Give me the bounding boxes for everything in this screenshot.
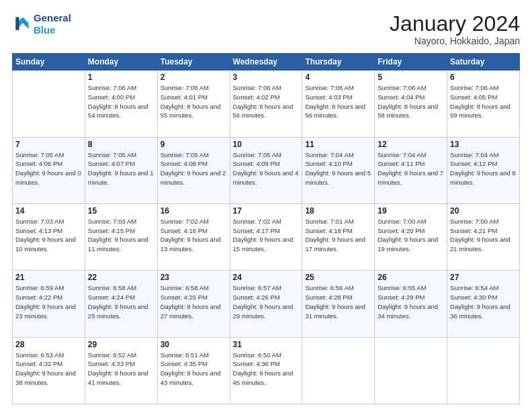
- calendar-cell: [302, 337, 375, 404]
- day-number: 8: [88, 140, 154, 149]
- calendar-cell: 24Sunrise: 6:57 AMSunset: 4:26 PMDayligh…: [230, 271, 302, 337]
- logo-icon: [12, 15, 31, 34]
- calendar-cell: 12Sunrise: 7:04 AMSunset: 4:11 PMDayligh…: [375, 137, 447, 203]
- calendar-cell: 7Sunrise: 7:05 AMSunset: 4:06 PMDaylight…: [13, 137, 85, 203]
- day-info: Sunrise: 6:51 AMSunset: 4:35 PMDaylight:…: [161, 351, 227, 387]
- weekday-header-saturday: Saturday: [447, 54, 520, 71]
- weekday-header-row: SundayMondayTuesdayWednesdayThursdayFrid…: [13, 54, 520, 71]
- day-info: Sunrise: 7:05 AMSunset: 4:06 PMDaylight:…: [15, 150, 82, 187]
- svg-rect-2: [15, 17, 19, 30]
- calendar-cell: 25Sunrise: 6:56 AMSunset: 4:28 PMDayligh…: [302, 271, 375, 337]
- day-number: 7: [15, 140, 82, 149]
- day-number: 27: [450, 273, 517, 282]
- day-info: Sunrise: 7:03 AMSunset: 4:13 PMDaylight:…: [15, 217, 82, 254]
- day-info: Sunrise: 6:52 AMSunset: 4:33 PMDaylight:…: [88, 351, 154, 387]
- day-number: 16: [161, 206, 227, 216]
- day-number: 17: [233, 206, 300, 216]
- calendar-week-3: 14Sunrise: 7:03 AMSunset: 4:13 PMDayligh…: [13, 203, 520, 270]
- day-number: 3: [233, 73, 300, 82]
- day-info: Sunrise: 7:01 AMSunset: 4:18 PMDaylight:…: [305, 217, 371, 254]
- day-info: Sunrise: 7:02 AMSunset: 4:16 PMDaylight:…: [161, 217, 227, 254]
- day-info: Sunrise: 7:03 AMSunset: 4:15 PMDaylight:…: [88, 217, 154, 254]
- day-info: Sunrise: 6:53 AMSunset: 4:32 PMDaylight:…: [15, 351, 82, 387]
- calendar-cell: 3Sunrise: 7:06 AMSunset: 4:02 PMDaylight…: [230, 71, 302, 137]
- day-info: Sunrise: 6:50 AMSunset: 4:36 PMDaylight:…: [233, 351, 300, 387]
- day-number: 24: [233, 273, 300, 282]
- day-info: Sunrise: 7:05 AMSunset: 4:07 PMDaylight:…: [88, 150, 154, 187]
- day-info: Sunrise: 7:06 AMSunset: 4:00 PMDaylight:…: [88, 83, 154, 120]
- logo-line1: General: [34, 12, 71, 24]
- day-info: Sunrise: 7:04 AMSunset: 4:11 PMDaylight:…: [378, 150, 444, 187]
- day-number: 18: [305, 206, 371, 216]
- day-number: 4: [305, 73, 371, 82]
- calendar-cell: 11Sunrise: 7:04 AMSunset: 4:10 PMDayligh…: [302, 137, 375, 203]
- day-number: 9: [161, 140, 227, 149]
- day-number: 2: [161, 73, 227, 82]
- day-info: Sunrise: 7:04 AMSunset: 4:10 PMDaylight:…: [305, 150, 371, 187]
- calendar-cell: 29Sunrise: 6:52 AMSunset: 4:33 PMDayligh…: [85, 337, 157, 404]
- calendar-cell: 27Sunrise: 6:54 AMSunset: 4:30 PMDayligh…: [447, 271, 520, 337]
- day-info: Sunrise: 7:06 AMSunset: 4:02 PMDaylight:…: [233, 83, 300, 120]
- calendar-week-4: 21Sunrise: 6:59 AMSunset: 4:22 PMDayligh…: [13, 271, 520, 337]
- day-number: 23: [161, 273, 227, 282]
- day-info: Sunrise: 7:06 AMSunset: 4:01 PMDaylight:…: [161, 83, 227, 120]
- weekday-header-sunday: Sunday: [13, 54, 85, 71]
- weekday-header-thursday: Thursday: [302, 54, 375, 71]
- calendar-week-5: 28Sunrise: 6:53 AMSunset: 4:32 PMDayligh…: [13, 337, 520, 404]
- calendar-cell: 13Sunrise: 7:04 AMSunset: 4:12 PMDayligh…: [447, 137, 520, 203]
- calendar-cell: 10Sunrise: 7:05 AMSunset: 4:09 PMDayligh…: [230, 137, 302, 203]
- day-info: Sunrise: 7:00 AMSunset: 4:21 PMDaylight:…: [450, 217, 517, 254]
- day-number: 10: [233, 140, 300, 149]
- day-info: Sunrise: 6:54 AMSunset: 4:30 PMDaylight:…: [450, 283, 517, 320]
- weekday-header-tuesday: Tuesday: [157, 54, 230, 71]
- day-info: Sunrise: 6:59 AMSunset: 4:22 PMDaylight:…: [15, 283, 82, 320]
- day-info: Sunrise: 7:02 AMSunset: 4:17 PMDaylight:…: [233, 217, 300, 254]
- day-info: Sunrise: 7:06 AMSunset: 4:04 PMDaylight:…: [378, 83, 444, 120]
- header: General Blue January 2024 Nayoro, Hokkai…: [12, 12, 520, 46]
- day-number: 6: [450, 73, 517, 82]
- calendar-cell: 6Sunrise: 7:06 AMSunset: 4:05 PMDaylight…: [447, 71, 520, 137]
- calendar-cell: 30Sunrise: 6:51 AMSunset: 4:35 PMDayligh…: [157, 337, 230, 404]
- day-info: Sunrise: 6:58 AMSunset: 4:25 PMDaylight:…: [161, 283, 227, 320]
- calendar-cell: 15Sunrise: 7:03 AMSunset: 4:15 PMDayligh…: [85, 203, 157, 270]
- calendar-cell: 31Sunrise: 6:50 AMSunset: 4:36 PMDayligh…: [230, 337, 302, 404]
- day-number: 25: [305, 273, 371, 282]
- calendar-cell: [375, 337, 447, 404]
- day-number: 1: [88, 73, 154, 82]
- day-number: 22: [88, 273, 154, 282]
- logo: General Blue: [12, 12, 71, 36]
- calendar-cell: 2Sunrise: 7:06 AMSunset: 4:01 PMDaylight…: [157, 71, 230, 137]
- day-number: 5: [378, 73, 444, 82]
- weekday-header-monday: Monday: [85, 54, 157, 71]
- day-info: Sunrise: 6:55 AMSunset: 4:29 PMDaylight:…: [378, 283, 444, 320]
- page: General Blue January 2024 Nayoro, Hokkai…: [0, 0, 532, 411]
- day-number: 12: [378, 140, 444, 149]
- day-number: 30: [161, 340, 227, 349]
- calendar-cell: [447, 337, 520, 404]
- day-number: 31: [233, 340, 300, 349]
- calendar-cell: 5Sunrise: 7:06 AMSunset: 4:04 PMDaylight…: [375, 71, 447, 137]
- day-number: 15: [88, 206, 154, 216]
- day-info: Sunrise: 7:06 AMSunset: 4:03 PMDaylight:…: [305, 83, 371, 120]
- day-number: 28: [15, 340, 82, 349]
- calendar-cell: 26Sunrise: 6:55 AMSunset: 4:29 PMDayligh…: [375, 271, 447, 337]
- day-number: 20: [450, 206, 517, 216]
- calendar-cell: 23Sunrise: 6:58 AMSunset: 4:25 PMDayligh…: [157, 271, 230, 337]
- calendar-cell: 18Sunrise: 7:01 AMSunset: 4:18 PMDayligh…: [302, 203, 375, 270]
- calendar-cell: 21Sunrise: 6:59 AMSunset: 4:22 PMDayligh…: [13, 271, 85, 337]
- calendar-cell: 8Sunrise: 7:05 AMSunset: 4:07 PMDaylight…: [85, 137, 157, 203]
- calendar-table: SundayMondayTuesdayWednesdayThursdayFrid…: [12, 53, 520, 404]
- day-number: 14: [15, 206, 82, 216]
- day-number: 19: [378, 206, 444, 216]
- month-title: January 2024: [390, 12, 520, 36]
- calendar-cell: 19Sunrise: 7:00 AMSunset: 4:20 PMDayligh…: [375, 203, 447, 270]
- day-number: 13: [450, 140, 517, 149]
- calendar-week-2: 7Sunrise: 7:05 AMSunset: 4:06 PMDaylight…: [13, 137, 520, 203]
- calendar-cell: 1Sunrise: 7:06 AMSunset: 4:00 PMDaylight…: [85, 71, 157, 137]
- day-info: Sunrise: 6:56 AMSunset: 4:28 PMDaylight:…: [305, 283, 371, 320]
- logo-line2: Blue: [34, 24, 71, 36]
- location-subtitle: Nayoro, Hokkaido, Japan: [390, 36, 520, 46]
- day-number: 26: [378, 273, 444, 282]
- day-info: Sunrise: 6:57 AMSunset: 4:26 PMDaylight:…: [233, 283, 300, 320]
- calendar-cell: 17Sunrise: 7:02 AMSunset: 4:17 PMDayligh…: [230, 203, 302, 270]
